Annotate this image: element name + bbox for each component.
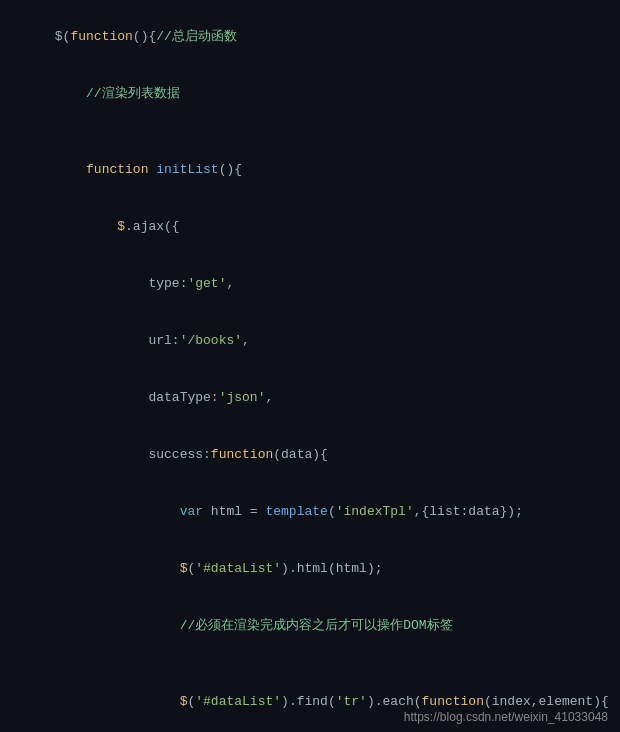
code-line-8: dataType:'json',	[0, 369, 620, 426]
code-line-10: var html = template('indexTpl',{list:dat…	[0, 483, 620, 540]
code-line-6: type:'get',	[0, 255, 620, 312]
watermark: https://blog.csdn.net/weixin_41033048	[404, 710, 608, 724]
code-line-13	[0, 654, 620, 673]
code-line-4: function initList(){	[0, 141, 620, 198]
code-line-12: //必须在渲染完成内容之后才可以操作DOM标签	[0, 597, 620, 654]
code-line-5: $.ajax({	[0, 198, 620, 255]
code-line-2: //渲染列表数据	[0, 65, 620, 122]
code-line-7: url:'/books',	[0, 312, 620, 369]
code-editor: $(function(){//总启动函数 //渲染列表数据 function i…	[0, 0, 620, 732]
code-line-9: success:function(data){	[0, 426, 620, 483]
code-line-11: $('#dataList').html(html);	[0, 540, 620, 597]
code-line-3	[0, 122, 620, 141]
code-line-1: $(function(){//总启动函数	[0, 8, 620, 65]
